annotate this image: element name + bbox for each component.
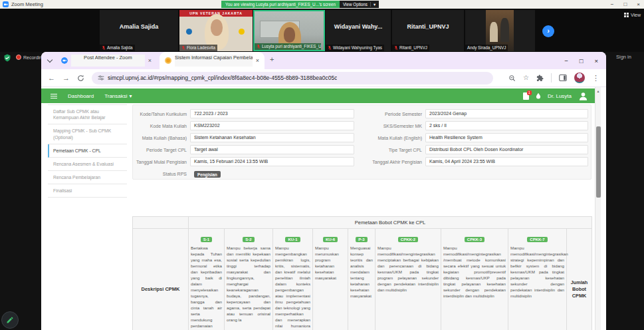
cpl-column-cpkk7: CPKK-7Mampu memodifikasi/mengintegrasika… (508, 229, 567, 330)
hamburger-menu-icon[interactable] (51, 94, 57, 95)
scroll-up-icon[interactable]: ▲ (595, 89, 601, 93)
participant-tile-amalia[interactable]: Amalia Sajida Amalia Sajida (100, 10, 178, 51)
view-layout-button[interactable]: View (624, 13, 641, 17)
url-text: simcpl.upnvj.ac.id/#rps/mapping_cpmk_cpl… (108, 75, 337, 81)
nav-label: Transaksi (104, 93, 127, 99)
cpl-description: Mampu mengembangkan pemikiran logis, kri… (275, 246, 310, 330)
nav-dashboard[interactable]: Dashboard (68, 93, 94, 99)
participant-tile-ritanti[interactable]: Ritanti_UPNVJ Ritanti_UPNVJ (392, 10, 464, 51)
tab-post-attendee[interactable]: Post Attendee - Zoom × (56, 52, 157, 69)
sign-in-link[interactable]: Sign in (616, 54, 631, 60)
recording-dot-icon (16, 55, 21, 60)
row-header-deskripsi-cpmk: Deskripsi CPMK (133, 229, 189, 330)
info-value: KSM223202 (190, 121, 354, 130)
cpl-column-p3: P-3Menguasai konsep teoritis dan analisi… (348, 229, 376, 330)
view-options-button[interactable]: View Options ▾ (340, 1, 379, 8)
recording-indicator: Recording (16, 55, 45, 60)
info-label: Mata Kuliah (English) (356, 136, 425, 140)
droplet-icon[interactable] (536, 92, 541, 99)
close-button[interactable]: × (637, 1, 640, 7)
sidebar-item-rencana-asesmen[interactable]: Rencana Asesmen & Evaluasi (48, 158, 127, 171)
participant-tile-flora[interactable]: UPN VETERAN JAKARTA Flora Ladesvita (179, 10, 253, 51)
grid-icon (624, 13, 629, 17)
cpl-description: Mampu merumuskan program ketahanan keseh… (315, 246, 346, 281)
screen: Zoom Meeting You are viewing Lusyta puri… (0, 0, 644, 330)
reload-button[interactable] (77, 75, 84, 82)
info-value: Distribusi Bobot CPL Oleh Dosen Koordina… (425, 145, 588, 154)
browser-menu-icon[interactable]: ⋮ (592, 75, 599, 82)
table-corner-cell (133, 217, 189, 229)
close-tab-icon[interactable]: × (148, 57, 152, 64)
info-label: Mata Kuliah (Bahasa) (133, 136, 190, 140)
app-navbar: Dashboard Transaksi ▾ 1 Dr. Lusyta (41, 88, 595, 103)
sidebar-item-finalisasi[interactable]: Finalisasi (48, 184, 127, 198)
cpl-code-badge: CPKK-7 (527, 237, 547, 242)
user-avatar-icon[interactable] (578, 91, 588, 101)
address-bar[interactable]: simcpl.upnvj.ac.id/#rps/mapping_cpmk_cpl… (92, 72, 493, 84)
pencil-icon (6, 316, 14, 324)
status-badge: Pengisian (194, 171, 221, 178)
participant-label-text: Andy Sirada_UPNVJ (467, 45, 506, 51)
zoom-page-icon[interactable] (508, 75, 516, 82)
chevron-down-icon: ▾ (130, 93, 132, 99)
cpl-code-badge: CPKK-3 (465, 237, 484, 242)
sidebar-item-mapping-cpmk-sub-cpmk[interactable]: Mapping CPMK - Sub CPMK (Optional) (48, 124, 127, 144)
nav-transaksi[interactable]: Transaksi ▾ (104, 93, 132, 99)
info-label: Kode/Tahun Kurikulum (133, 112, 190, 116)
cpl-description: Mampu bekerja sama dan memiliki kepekaan… (227, 246, 270, 323)
scrollbar-thumb[interactable] (596, 126, 601, 198)
participant-tile-lusyta[interactable]: Lusyta puri ardhiyanti_FIKES_UPN (253, 10, 325, 51)
tab-simcpl[interactable]: Sistem Informasi Capaian Pembelajaran × (160, 52, 265, 69)
cpl-code-badge: S-1 (201, 237, 212, 242)
participant-filmstrip: Amalia Sajida Amalia Sajida UPN VETERAN … (0, 9, 644, 52)
cpl-code-badge: S-2 (243, 237, 254, 242)
participant-name: Widayani Wahy... (326, 10, 391, 43)
close-tab-icon[interactable]: × (256, 57, 259, 64)
cpl-code-badge: P-3 (356, 237, 367, 242)
tab-search-chevron-icon[interactable] (47, 57, 53, 63)
total-column-header: Jumlah Bobot CPMK (567, 229, 592, 330)
browser-toolbar: ← → simcpl.upnvj.ac.id/#rps/mapping_cpmk… (41, 69, 606, 87)
participant-tile-andy[interactable]: Andy Sirada_UPNVJ (465, 10, 535, 51)
cpl-code-badge: KU-6 (323, 237, 338, 242)
cpl-description: Mampu memodifikasi/mengintegrasikan stra… (510, 246, 564, 299)
sidebar-item-daftar-sub-cpmk[interactable]: Daftar Sub CPMK atau Kemampuan Akhir Bel… (48, 105, 127, 124)
notifications-icon[interactable]: 1 (523, 92, 529, 100)
bookmark-star-icon[interactable]: ☆ (523, 75, 529, 81)
participant-label-text: Flora Ladesvita (187, 45, 215, 51)
sidebar-item-rencana-pembelajaran[interactable]: Rencana Pembelajaran (48, 171, 127, 184)
course-info-panel: Kode/Tahun Kurikulum722.2023 / 2023 Kode… (132, 104, 591, 180)
info-value: Pengisian (190, 169, 354, 178)
user-name[interactable]: Dr. Lusyta (548, 93, 572, 99)
site-settings-icon[interactable] (98, 75, 104, 81)
info-value: 2 sks / II (425, 121, 588, 130)
forward-button[interactable]: → (62, 75, 70, 82)
nav-label: Dashboard (68, 93, 94, 99)
participant-tile-widayani[interactable]: Widayani Wahy... Widayani Wahyuning Tyas (326, 10, 391, 51)
participant-label-text: Widayani Wahyuning Tyas (333, 45, 382, 51)
side-panel-icon[interactable] (559, 74, 567, 82)
cpl-column-cpkk2: CPKK-2Mampu memodifikasi/mengintegrasika… (376, 229, 441, 330)
back-button[interactable]: ← (48, 75, 55, 82)
next-participants-button[interactable]: › (542, 25, 554, 37)
logo-dot-yellow (239, 29, 245, 35)
browser-profile-avatar[interactable] (574, 73, 585, 83)
person-silhouette (500, 18, 509, 42)
maximize-button[interactable]: □ (623, 1, 627, 7)
browser-minimize-button[interactable]: − (564, 57, 568, 65)
meeting-security-shield-icon[interactable] (3, 54, 11, 62)
minimize-button[interactable]: − (611, 1, 614, 7)
cpl-column-cpkk3: CPKK-3Mampu memodifikasi/mengintegrasika… (441, 229, 508, 330)
zoom-favicon (61, 57, 68, 64)
browser-maximize-button[interactable]: □ (580, 57, 584, 65)
logo-dot-blue (186, 29, 192, 35)
page-scrollbar[interactable]: ▲ (595, 87, 601, 330)
browser-close-button[interactable]: × (594, 57, 598, 65)
divider (370, 2, 371, 7)
tab-title: Sistem Informasi Capaian Pembelajaran (175, 55, 253, 67)
sidebar-item-pemetaan-cpmk-cpl[interactable]: Pemetaan CPMK - CPL (48, 144, 127, 158)
extensions-icon[interactable] (536, 75, 544, 82)
new-tab-button[interactable]: + (270, 55, 274, 63)
zoom-window-title: Zoom Meeting (11, 1, 43, 7)
annotate-button[interactable] (1, 311, 19, 329)
